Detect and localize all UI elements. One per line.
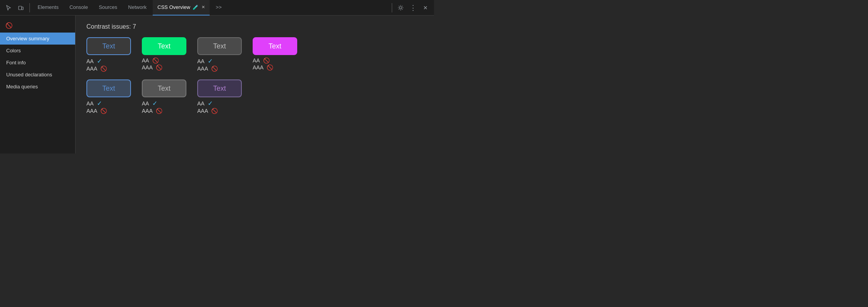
fail-icon-aaa-1: 🚫 [100, 66, 107, 72]
text-button-1[interactable]: Text [86, 37, 131, 55]
check-aaa-3: AAA 🚫 [197, 66, 218, 72]
main-layout: 🚫 Overview summary Colors Font info Unus… [0, 16, 434, 154]
check-row-6: AA ✓ AAA 🚫 [142, 100, 162, 114]
check-aaa-5: AAA 🚫 [86, 108, 107, 114]
fail-icon-aaa-7: 🚫 [211, 108, 218, 114]
pass-icon-aa-3: ✓ [208, 57, 213, 65]
flask-icon: 🧪 [193, 5, 198, 10]
check-row-2: AA 🚫 AAA 🚫 [142, 57, 162, 71]
more-tabs-button[interactable]: >> [211, 0, 226, 16]
check-row-3: AA ✓ AAA 🚫 [197, 57, 218, 72]
contrast-card-6: Text AA ✓ AAA 🚫 [142, 79, 186, 114]
check-aa-6: AA ✓ [142, 100, 162, 107]
toolbar-right: ⋮ ✕ [395, 2, 431, 13]
contrast-card-4: Text AA 🚫 AAA 🚫 [253, 37, 297, 72]
fail-icon-aaa-5: 🚫 [100, 108, 107, 114]
text-button-6[interactable]: Text [142, 79, 186, 97]
check-row-1: AA ✓ AAA 🚫 [86, 57, 107, 72]
svg-point-2 [400, 7, 402, 9]
fail-icon-aaa-2: 🚫 [156, 64, 162, 71]
settings-icon[interactable] [395, 2, 406, 13]
sidebar-item-colors[interactable]: Colors [0, 45, 75, 57]
contrast-row-2: Text AA ✓ AAA 🚫 Text [86, 79, 423, 114]
more-options-icon[interactable]: ⋮ [408, 2, 418, 13]
check-aa-1: AA ✓ [86, 57, 107, 65]
block-icon: 🚫 [5, 21, 13, 30]
close-devtools-icon[interactable]: ✕ [420, 2, 431, 13]
contrast-card-7: Text AA ✓ AAA 🚫 [197, 79, 242, 114]
contrast-title: Contrast issues: 7 [86, 23, 423, 30]
sidebar-header: 🚫 [0, 19, 75, 33]
check-aa-2: AA 🚫 [142, 57, 162, 64]
pass-icon-aa-6: ✓ [152, 100, 157, 107]
pass-icon-aa-5: ✓ [97, 100, 102, 107]
pass-icon-aa-1: ✓ [97, 57, 102, 65]
content-area: Contrast issues: 7 Text AA ✓ AAA 🚫 [76, 16, 434, 154]
fail-icon-aa-2: 🚫 [152, 57, 159, 64]
tab-sources[interactable]: Sources [94, 0, 122, 16]
check-aaa-7: AAA 🚫 [197, 108, 218, 114]
check-aa-5: AA ✓ [86, 100, 107, 107]
text-button-7[interactable]: Text [197, 79, 242, 97]
svg-rect-0 [19, 6, 22, 10]
contrast-row-1: Text AA ✓ AAA 🚫 Text [86, 37, 423, 72]
pass-icon-aa-7: ✓ [208, 100, 213, 107]
check-aaa-6: AAA 🚫 [142, 108, 162, 114]
fail-icon-aaa-4: 🚫 [267, 64, 273, 71]
contrast-card-1: Text AA ✓ AAA 🚫 [86, 37, 131, 72]
tab-network[interactable]: Network [124, 0, 152, 16]
device-toggle-icon[interactable] [16, 2, 26, 13]
contrast-card-2: Text AA 🚫 AAA 🚫 [142, 37, 186, 72]
sidebar-item-media-queries[interactable]: Media queries [0, 81, 75, 93]
tab-elements[interactable]: Elements [33, 0, 63, 16]
fail-icon-aaa-6: 🚫 [156, 108, 162, 114]
tab-console[interactable]: Console [65, 0, 93, 16]
check-aaa-1: AAA 🚫 [86, 66, 107, 72]
check-aa-7: AA ✓ [197, 100, 218, 107]
check-aaa-2: AAA 🚫 [142, 64, 162, 71]
contrast-card-3: Text AA ✓ AAA 🚫 [197, 37, 242, 72]
contrast-card-5: Text AA ✓ AAA 🚫 [86, 79, 131, 114]
tab-close-icon[interactable]: ✕ [202, 5, 205, 10]
text-button-5[interactable]: Text [86, 79, 131, 97]
text-button-2[interactable]: Text [142, 37, 186, 55]
svg-rect-1 [22, 7, 23, 10]
text-button-3[interactable]: Text [197, 37, 242, 55]
sidebar: 🚫 Overview summary Colors Font info Unus… [0, 16, 76, 154]
divider-2 [392, 3, 392, 12]
check-row-7: AA ✓ AAA 🚫 [197, 100, 218, 114]
sidebar-item-overview-summary[interactable]: Overview summary [0, 33, 75, 45]
check-row-4: AA 🚫 AAA 🚫 [253, 57, 273, 71]
toolbar: Elements Console Sources Network CSS Ove… [0, 0, 434, 16]
cursor-icon[interactable] [3, 2, 14, 13]
fail-icon-aa-4: 🚫 [263, 57, 270, 64]
sidebar-item-unused-declarations[interactable]: Unused declarations [0, 69, 75, 81]
check-aa-3: AA ✓ [197, 57, 218, 65]
sidebar-item-font-info[interactable]: Font info [0, 57, 75, 69]
divider-1 [29, 3, 30, 12]
fail-icon-aaa-3: 🚫 [211, 66, 218, 72]
check-row-5: AA ✓ AAA 🚫 [86, 100, 107, 114]
check-aa-4: AA 🚫 [253, 57, 273, 64]
check-aaa-4: AAA 🚫 [253, 64, 273, 71]
text-button-4[interactable]: Text [253, 37, 297, 55]
tab-css-overview[interactable]: CSS Overview 🧪 ✕ [153, 0, 210, 16]
